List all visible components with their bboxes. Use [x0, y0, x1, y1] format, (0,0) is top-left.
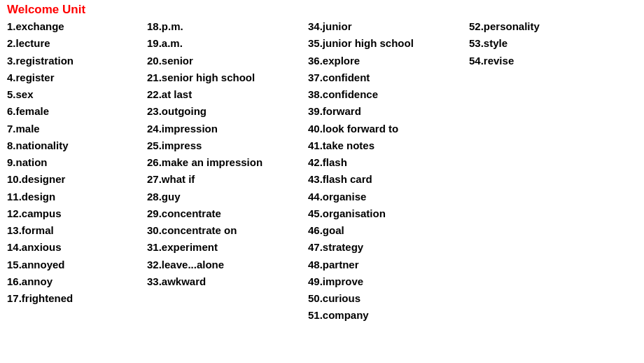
list-item: 46.goal	[308, 222, 469, 238]
column-4: 52.personality53.style54.revise	[469, 18, 609, 69]
list-item: 47.strategy	[308, 239, 469, 255]
list-item: 33.awkward	[147, 273, 308, 289]
list-item: 50.curious	[308, 290, 469, 306]
list-item: 5.sex	[7, 86, 147, 102]
list-item: 41.take notes	[308, 137, 469, 153]
column-1: 1.exchange2.lecture3.registration4.regis…	[7, 18, 147, 306]
list-item: 4.register	[7, 69, 147, 85]
list-item: 45.organisation	[308, 205, 469, 221]
list-item: 54.revise	[469, 53, 609, 69]
list-item: 19.a.m.	[147, 35, 308, 51]
list-item: 23.outgoing	[147, 103, 308, 119]
list-item: 37.confident	[308, 69, 469, 85]
list-item: 20.senior	[147, 53, 308, 69]
list-item: 36.explore	[308, 53, 469, 69]
list-item: 3.registration	[7, 53, 147, 69]
list-item: 35.junior high school	[308, 35, 469, 51]
list-item: 28.guy	[147, 189, 308, 205]
list-item: 10.designer	[7, 171, 147, 187]
list-item: 1.exchange	[7, 18, 147, 34]
list-item: 18.p.m.	[147, 18, 308, 34]
list-item: 12.campus	[7, 205, 147, 221]
list-item: 21.senior high school	[147, 69, 308, 85]
list-item: 43.flash card	[308, 171, 469, 187]
list-item: 24.impression	[147, 121, 308, 137]
list-item: 49.improve	[308, 273, 469, 289]
list-item: 15.annoyed	[7, 256, 147, 273]
list-item: 39.forward	[308, 103, 469, 119]
list-item: 9.nation	[7, 154, 147, 170]
list-item: 29.concentrate	[147, 205, 308, 221]
list-item: 34.junior	[308, 18, 469, 34]
list-item: 38.confidence	[308, 86, 469, 102]
list-item: 6.female	[7, 103, 147, 119]
title: Welcome Unit	[7, 3, 637, 17]
list-item: 14.anxious	[7, 239, 147, 255]
list-item: 13.formal	[7, 222, 147, 238]
list-item: 48.partner	[308, 256, 469, 273]
list-item: 22.at last	[147, 86, 308, 102]
list-item: 52.personality	[469, 18, 609, 34]
list-item: 11.design	[7, 189, 147, 205]
list-item: 44.organise	[308, 189, 469, 205]
list-item: 25.impress	[147, 137, 308, 153]
list-item: 26.make an impression	[147, 154, 308, 170]
vocabulary-grid: 1.exchange2.lecture3.registration4.regis…	[7, 18, 637, 324]
list-item: 53.style	[469, 35, 609, 51]
list-item: 2.lecture	[7, 35, 147, 51]
list-item: 27.what if	[147, 171, 308, 187]
list-item: 32.leave...alone	[147, 256, 308, 273]
list-item: 8.nationality	[7, 137, 147, 153]
list-item: 40.look forward to	[308, 121, 469, 137]
list-item: 17.frightened	[7, 290, 147, 306]
list-item: 30.concentrate on	[147, 222, 308, 238]
list-item: 7.male	[7, 121, 147, 137]
list-item: 16.annoy	[7, 273, 147, 289]
list-item: 31.experiment	[147, 239, 308, 255]
column-3: 34.junior35.junior high school36.explore…	[308, 18, 469, 324]
list-item: 42.flash	[308, 154, 469, 170]
list-item: 51.company	[308, 307, 469, 323]
column-2: 18.p.m.19.a.m.20.senior21.senior high sc…	[147, 18, 308, 289]
